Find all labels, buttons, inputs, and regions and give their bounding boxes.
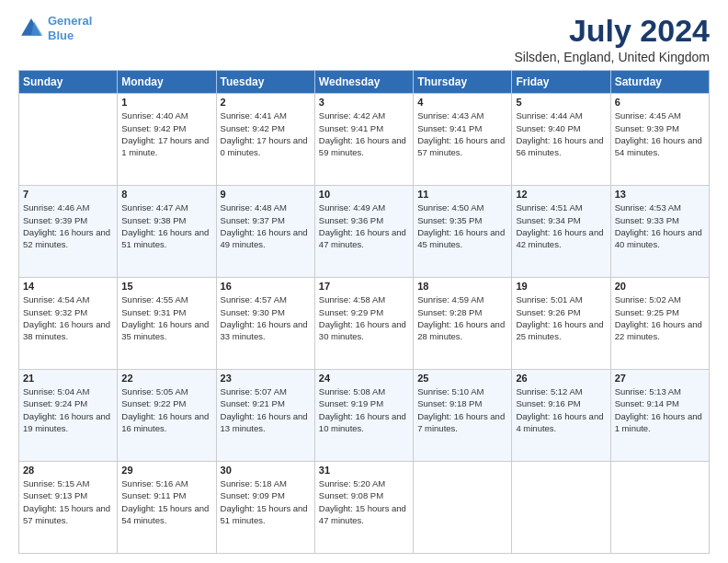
day-number: 5: [516, 97, 606, 108]
day-info: Sunrise: 5:10 AM Sunset: 9:18 PM Dayligh…: [417, 385, 507, 434]
daylight-text: Daylight: 16 hours and 59 minutes.: [319, 134, 409, 159]
calendar-cell: 2 Sunrise: 4:41 AM Sunset: 9:42 PM Dayli…: [216, 94, 314, 186]
day-number: 13: [615, 189, 705, 200]
sunset-text: Sunset: 9:30 PM: [221, 306, 311, 318]
day-number: 21: [23, 373, 113, 384]
sunrise-text: Sunrise: 4:48 AM: [221, 201, 311, 213]
daylight-text: Daylight: 16 hours and 33 minutes.: [221, 318, 311, 343]
logo-line2: Blue: [48, 29, 74, 42]
sunrise-text: Sunrise: 5:05 AM: [121, 385, 211, 397]
sunset-text: Sunset: 9:19 PM: [319, 397, 409, 409]
sunrise-text: Sunrise: 4:58 AM: [319, 293, 409, 305]
daylight-text: Daylight: 16 hours and 52 minutes.: [23, 226, 113, 251]
day-info: Sunrise: 5:15 AM Sunset: 9:13 PM Dayligh…: [23, 477, 113, 526]
daylight-text: Daylight: 16 hours and 56 minutes.: [516, 134, 606, 159]
weekday-header-monday: Monday: [118, 71, 216, 94]
calendar-cell: 21 Sunrise: 5:04 AM Sunset: 9:24 PM Dayl…: [19, 370, 118, 462]
sunset-text: Sunset: 9:16 PM: [516, 397, 606, 409]
daylight-text: Daylight: 16 hours and 54 minutes.: [615, 134, 705, 159]
calendar-cell: 7 Sunrise: 4:46 AM Sunset: 9:39 PM Dayli…: [19, 186, 118, 278]
sunset-text: Sunset: 9:39 PM: [615, 122, 705, 134]
calendar-cell: 26 Sunrise: 5:12 AM Sunset: 9:16 PM Dayl…: [512, 370, 610, 462]
sunrise-text: Sunrise: 5:02 AM: [615, 293, 705, 305]
sunrise-text: Sunrise: 4:42 AM: [319, 109, 409, 121]
sunset-text: Sunset: 9:24 PM: [23, 397, 113, 409]
sunrise-text: Sunrise: 4:44 AM: [516, 109, 606, 121]
sunrise-text: Sunrise: 4:47 AM: [121, 201, 211, 213]
sunrise-text: Sunrise: 5:18 AM: [221, 477, 311, 489]
day-number: 25: [417, 373, 507, 384]
sunrise-text: Sunrise: 5:08 AM: [319, 385, 409, 397]
logo-text: General Blue: [48, 14, 92, 42]
daylight-text: Daylight: 16 hours and 45 minutes.: [417, 226, 507, 251]
weekday-header-sunday: Sunday: [19, 71, 118, 94]
day-info: Sunrise: 4:41 AM Sunset: 9:42 PM Dayligh…: [221, 109, 311, 158]
sunrise-text: Sunrise: 4:57 AM: [221, 293, 311, 305]
day-info: Sunrise: 5:13 AM Sunset: 9:14 PM Dayligh…: [615, 385, 705, 434]
daylight-text: Daylight: 15 hours and 47 minutes.: [319, 502, 409, 527]
sunset-text: Sunset: 9:11 PM: [121, 489, 211, 501]
day-number: 17: [319, 281, 409, 292]
day-info: Sunrise: 4:49 AM Sunset: 9:36 PM Dayligh…: [319, 201, 409, 250]
day-number: 14: [23, 281, 113, 292]
sunrise-text: Sunrise: 4:59 AM: [417, 293, 507, 305]
sunrise-text: Sunrise: 5:12 AM: [516, 385, 606, 397]
sunset-text: Sunset: 9:18 PM: [417, 397, 507, 409]
header: General Blue July 2024 Silsden, England,…: [18, 14, 710, 64]
sunset-text: Sunset: 9:31 PM: [121, 306, 211, 318]
weekday-header-row: SundayMondayTuesdayWednesdayThursdayFrid…: [19, 71, 710, 94]
calendar-cell: 18 Sunrise: 4:59 AM Sunset: 9:28 PM Dayl…: [414, 278, 512, 370]
sunset-text: Sunset: 9:37 PM: [221, 214, 311, 226]
day-number: 4: [417, 97, 507, 108]
calendar-cell: 9 Sunrise: 4:48 AM Sunset: 9:37 PM Dayli…: [216, 186, 314, 278]
sunrise-text: Sunrise: 4:50 AM: [417, 201, 507, 213]
day-info: Sunrise: 4:42 AM Sunset: 9:41 PM Dayligh…: [319, 109, 409, 158]
calendar-cell: [414, 462, 512, 554]
day-info: Sunrise: 4:54 AM Sunset: 9:32 PM Dayligh…: [23, 293, 113, 342]
sunset-text: Sunset: 9:42 PM: [221, 122, 311, 134]
calendar-cell: 22 Sunrise: 5:05 AM Sunset: 9:22 PM Dayl…: [118, 370, 216, 462]
calendar-cell: 17 Sunrise: 4:58 AM Sunset: 9:29 PM Dayl…: [314, 278, 413, 370]
day-info: Sunrise: 4:57 AM Sunset: 9:30 PM Dayligh…: [221, 293, 311, 342]
day-info: Sunrise: 5:20 AM Sunset: 9:08 PM Dayligh…: [319, 477, 409, 526]
calendar-week-5: 28 Sunrise: 5:15 AM Sunset: 9:13 PM Dayl…: [19, 462, 710, 554]
calendar-cell: 19 Sunrise: 5:01 AM Sunset: 9:26 PM Dayl…: [512, 278, 610, 370]
calendar-table: SundayMondayTuesdayWednesdayThursdayFrid…: [18, 70, 710, 554]
day-number: 28: [23, 465, 113, 476]
day-number: 6: [615, 97, 705, 108]
sunset-text: Sunset: 9:36 PM: [319, 214, 409, 226]
day-number: 18: [417, 281, 507, 292]
calendar-cell: 16 Sunrise: 4:57 AM Sunset: 9:30 PM Dayl…: [216, 278, 314, 370]
daylight-text: Daylight: 16 hours and 28 minutes.: [417, 318, 507, 343]
sunrise-text: Sunrise: 4:41 AM: [221, 109, 311, 121]
sunrise-text: Sunrise: 5:10 AM: [417, 385, 507, 397]
sunset-text: Sunset: 9:39 PM: [23, 214, 113, 226]
weekday-header-wednesday: Wednesday: [314, 71, 413, 94]
sunrise-text: Sunrise: 5:07 AM: [221, 385, 311, 397]
sunset-text: Sunset: 9:33 PM: [615, 214, 705, 226]
sunset-text: Sunset: 9:38 PM: [121, 214, 211, 226]
day-info: Sunrise: 4:45 AM Sunset: 9:39 PM Dayligh…: [615, 109, 705, 158]
sunrise-text: Sunrise: 4:51 AM: [516, 201, 606, 213]
calendar-cell: 8 Sunrise: 4:47 AM Sunset: 9:38 PM Dayli…: [118, 186, 216, 278]
page: General Blue July 2024 Silsden, England,…: [0, 0, 728, 563]
day-number: 7: [23, 189, 113, 200]
daylight-text: Daylight: 17 hours and 1 minute.: [121, 134, 211, 159]
day-info: Sunrise: 4:43 AM Sunset: 9:41 PM Dayligh…: [417, 109, 507, 158]
day-info: Sunrise: 4:58 AM Sunset: 9:29 PM Dayligh…: [319, 293, 409, 342]
sunset-text: Sunset: 9:42 PM: [121, 122, 211, 134]
day-number: 11: [417, 189, 507, 200]
daylight-text: Daylight: 16 hours and 13 minutes.: [221, 410, 311, 435]
title-block: July 2024 Silsden, England, United Kingd…: [515, 14, 710, 64]
day-info: Sunrise: 5:04 AM Sunset: 9:24 PM Dayligh…: [23, 385, 113, 434]
day-number: 8: [121, 189, 211, 200]
daylight-text: Daylight: 15 hours and 54 minutes.: [121, 502, 211, 527]
daylight-text: Daylight: 16 hours and 16 minutes.: [121, 410, 211, 435]
calendar-cell: 30 Sunrise: 5:18 AM Sunset: 9:09 PM Dayl…: [216, 462, 314, 554]
calendar-cell: [19, 94, 118, 186]
calendar-cell: 3 Sunrise: 4:42 AM Sunset: 9:41 PM Dayli…: [314, 94, 413, 186]
daylight-text: Daylight: 16 hours and 19 minutes.: [23, 410, 113, 435]
daylight-text: Daylight: 16 hours and 4 minutes.: [516, 410, 606, 435]
day-info: Sunrise: 5:18 AM Sunset: 9:09 PM Dayligh…: [221, 477, 311, 526]
sunrise-text: Sunrise: 4:53 AM: [615, 201, 705, 213]
